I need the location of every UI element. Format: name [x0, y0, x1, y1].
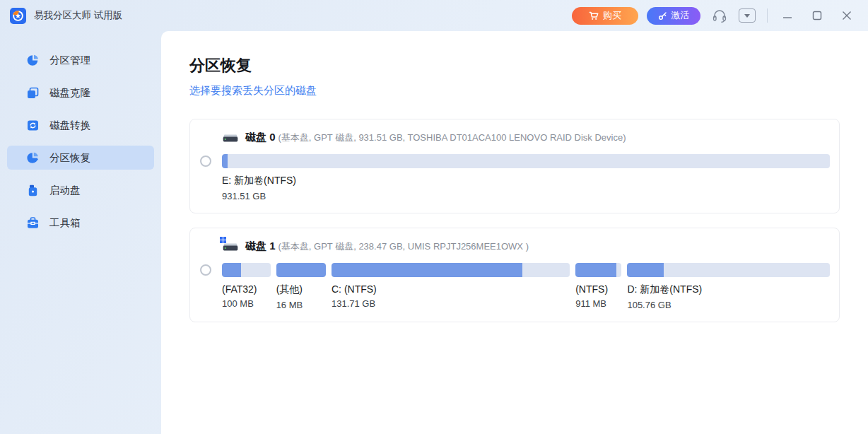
headset-icon — [712, 8, 727, 23]
disk-card[interactable]: 磁盘 1 (基本盘, GPT 磁盘, 238.47 GB, UMIS RPJTJ… — [189, 228, 840, 322]
windows-logo-icon — [220, 237, 226, 243]
cart-icon — [589, 11, 599, 20]
partition[interactable]: (其他) 16 MB — [276, 263, 326, 310]
disk-body: (FAT32) 100 MB (其他) 16 MB C: (NTFS) 131.… — [200, 263, 830, 310]
hard-drive-icon — [222, 240, 239, 253]
partition-size: 911 MB — [575, 298, 621, 309]
minimize-button[interactable] — [778, 6, 797, 25]
partition-bar — [276, 263, 326, 277]
partition-used-fill — [222, 263, 241, 277]
partition[interactable]: C: (NTFS) 131.71 GB — [332, 263, 570, 310]
partition-bar — [222, 154, 830, 168]
partition[interactable]: (NTFS) 911 MB — [575, 263, 621, 310]
maximize-button[interactable] — [807, 6, 827, 25]
partition-label: (FAT32) — [222, 283, 271, 295]
partition[interactable]: E: 新加卷(NTFS) 931.51 GB — [222, 154, 830, 201]
recovery-icon — [25, 151, 40, 165]
toolbox-icon — [25, 216, 40, 230]
page-title: 分区恢复 — [189, 55, 840, 76]
titlebar-divider — [767, 8, 768, 23]
partition-label: (其他) — [276, 283, 326, 296]
disk-body: E: 新加卷(NTFS) 931.51 GB — [200, 154, 830, 201]
disk-info: (基本盘, GPT 磁盘, 238.47 GB, UMIS RPJTJ256ME… — [278, 240, 529, 253]
buy-button[interactable]: 购买 — [572, 7, 638, 25]
sidebar-item-label: 分区恢复 — [49, 151, 90, 165]
disk-name: 磁盘 0 — [245, 131, 276, 144]
sidebar-menu: 分区管理 磁盘克隆 磁盘转换 分区恢复 启动盘 工具箱 — [7, 48, 154, 235]
sidebar-item-label: 启动盘 — [49, 184, 81, 197]
sidebar-item-4[interactable]: 启动盘 — [7, 178, 154, 202]
activate-button-label: 激活 — [671, 9, 690, 22]
sidebar-item-label: 工具箱 — [49, 216, 81, 230]
activate-button[interactable]: 激活 — [647, 7, 700, 25]
partition-used-fill — [276, 263, 326, 277]
main-panel: 分区恢复 选择要搜索丢失分区的磁盘 磁盘 0 (基本盘, GPT 磁盘, 931… — [161, 31, 868, 434]
partition-bar — [575, 263, 621, 277]
support-button[interactable] — [712, 8, 727, 23]
sidebar: 分区管理 磁盘克隆 磁盘转换 分区恢复 启动盘 工具箱 — [0, 31, 161, 434]
convert-icon — [25, 118, 40, 132]
sidebar-item-label: 分区管理 — [49, 54, 90, 67]
partition-map: (FAT32) 100 MB (其他) 16 MB C: (NTFS) 131.… — [222, 263, 830, 310]
buy-button-label: 购买 — [603, 9, 621, 22]
sidebar-item-5[interactable]: 工具箱 — [7, 211, 154, 235]
partition[interactable]: (FAT32) 100 MB — [222, 263, 271, 310]
chevron-down-icon — [739, 8, 756, 23]
partition-label: D: 新加卷(NTFS) — [627, 283, 830, 296]
partition-size: 931.51 GB — [222, 191, 830, 201]
partition-bar — [222, 263, 271, 277]
partition-bar — [332, 263, 570, 277]
sidebar-item-label: 磁盘转换 — [49, 119, 90, 132]
menu-dropdown-button[interactable] — [739, 8, 756, 23]
partition-label: E: 新加卷(NTFS) — [222, 175, 830, 187]
partition-size: 105.76 GB — [627, 300, 830, 310]
partition-used-fill — [332, 263, 522, 277]
clone-icon — [25, 86, 40, 100]
app-logo-icon — [10, 8, 26, 24]
sidebar-item-1[interactable]: 磁盘克隆 — [7, 81, 154, 105]
partition-map: E: 新加卷(NTFS) 931.51 GB — [222, 154, 830, 201]
sidebar-item-label: 磁盘克隆 — [49, 86, 90, 100]
key-icon — [658, 11, 667, 20]
disk-list: 磁盘 0 (基本盘, GPT 磁盘, 931.51 GB, TOSHIBA DT… — [189, 119, 840, 322]
close-button[interactable] — [837, 6, 857, 25]
partition-used-fill — [222, 154, 228, 168]
boot-disk-icon — [25, 183, 40, 197]
page-subtitle: 选择要搜索丢失分区的磁盘 — [189, 84, 840, 98]
partition-label: C: (NTFS) — [332, 283, 570, 295]
partition-bar — [627, 263, 830, 277]
disk-header: 磁盘 1 (基本盘, GPT 磁盘, 238.47 GB, UMIS RPJTJ… — [222, 240, 830, 253]
partition-label: (NTFS) — [575, 283, 621, 295]
sidebar-item-3[interactable]: 分区恢复 — [7, 146, 154, 170]
disk-select-radio[interactable] — [200, 156, 211, 167]
sidebar-item-2[interactable]: 磁盘转换 — [7, 113, 154, 137]
partition-size: 131.71 GB — [332, 298, 570, 309]
disk-card[interactable]: 磁盘 0 (基本盘, GPT 磁盘, 931.51 GB, TOSHIBA DT… — [189, 119, 840, 213]
partition-used-fill — [627, 263, 664, 277]
sidebar-item-0[interactable]: 分区管理 — [7, 48, 154, 72]
partition-used-fill — [575, 263, 616, 277]
titlebar: 易我分区大师 试用版 购买 激活 — [0, 0, 868, 31]
partition[interactable]: D: 新加卷(NTFS) 105.76 GB — [627, 263, 830, 310]
partition-size: 16 MB — [276, 300, 326, 310]
partition-size: 100 MB — [222, 298, 271, 309]
app-title: 易我分区大师 试用版 — [34, 9, 122, 22]
pie-chart-icon — [25, 53, 40, 67]
hard-drive-icon — [222, 131, 239, 144]
disk-info: (基本盘, GPT 磁盘, 931.51 GB, TOSHIBA DT01ACA… — [278, 131, 626, 144]
disk-select-radio[interactable] — [200, 264, 211, 276]
disk-header: 磁盘 0 (基本盘, GPT 磁盘, 931.51 GB, TOSHIBA DT… — [222, 131, 830, 144]
disk-name: 磁盘 1 — [245, 240, 276, 253]
